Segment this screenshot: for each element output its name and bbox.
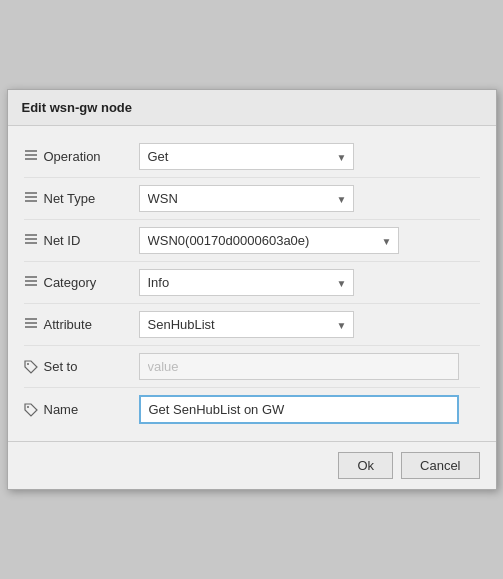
set-to-label-cell: Set to (24, 359, 139, 374)
category-label-cell: Category (24, 274, 139, 291)
dialog-body: Operation Get Set Subscribe (8, 126, 496, 441)
set-to-label: Set to (44, 359, 78, 374)
name-label-cell: Name (24, 402, 139, 417)
category-select-wrapper: Info Config Status (139, 269, 354, 296)
svg-point-16 (27, 406, 29, 408)
attribute-select[interactable]: SenHubList (139, 311, 354, 338)
attribute-icon (24, 316, 38, 333)
attribute-select-wrapper: SenHubList (139, 311, 354, 338)
attribute-label-cell: Attribute (24, 316, 139, 333)
net-id-row: Net ID WSN0(00170d0000603a0e) (24, 220, 480, 262)
operation-select-wrapper: Get Set Subscribe (139, 143, 354, 170)
operation-label: Operation (44, 149, 101, 164)
net-type-select-wrapper: WSN ZigBee WiFi (139, 185, 354, 212)
net-id-select[interactable]: WSN0(00170d0000603a0e) (139, 227, 399, 254)
net-type-icon (24, 190, 38, 207)
ok-button[interactable]: Ok (338, 452, 393, 479)
net-id-icon (24, 232, 38, 249)
operation-row: Operation Get Set Subscribe (24, 136, 480, 178)
net-id-select-wrapper: WSN0(00170d0000603a0e) (139, 227, 399, 254)
operation-select[interactable]: Get Set Subscribe (139, 143, 354, 170)
category-select[interactable]: Info Config Status (139, 269, 354, 296)
net-type-label: Net Type (44, 191, 96, 206)
net-id-label: Net ID (44, 233, 81, 248)
operation-label-cell: Operation (24, 148, 139, 165)
name-icon (24, 403, 38, 417)
net-id-input-cell: WSN0(00170d0000603a0e) (139, 227, 480, 254)
attribute-label: Attribute (44, 317, 92, 332)
operation-icon (24, 148, 38, 165)
category-input-cell: Info Config Status (139, 269, 480, 296)
net-type-row: Net Type WSN ZigBee WiFi (24, 178, 480, 220)
name-input-cell (139, 395, 480, 424)
net-type-select[interactable]: WSN ZigBee WiFi (139, 185, 354, 212)
operation-input-cell: Get Set Subscribe (139, 143, 480, 170)
category-label: Category (44, 275, 97, 290)
net-id-label-cell: Net ID (24, 232, 139, 249)
category-icon (24, 274, 38, 291)
svg-point-15 (27, 363, 29, 365)
attribute-row: Attribute SenHubList (24, 304, 480, 346)
edit-dialog: Edit wsn-gw node Operation Get Set (7, 89, 497, 490)
net-type-input-cell: WSN ZigBee WiFi (139, 185, 480, 212)
set-to-input-cell (139, 353, 480, 380)
cancel-button[interactable]: Cancel (401, 452, 479, 479)
name-input[interactable] (139, 395, 459, 424)
name-label: Name (44, 402, 79, 417)
set-to-icon (24, 360, 38, 374)
dialog-title: Edit wsn-gw node (8, 90, 496, 126)
set-to-input[interactable] (139, 353, 459, 380)
set-to-row: Set to (24, 346, 480, 388)
category-row: Category Info Config Status (24, 262, 480, 304)
dialog-footer: Ok Cancel (8, 441, 496, 489)
attribute-input-cell: SenHubList (139, 311, 480, 338)
name-row: Name (24, 388, 480, 431)
net-type-label-cell: Net Type (24, 190, 139, 207)
